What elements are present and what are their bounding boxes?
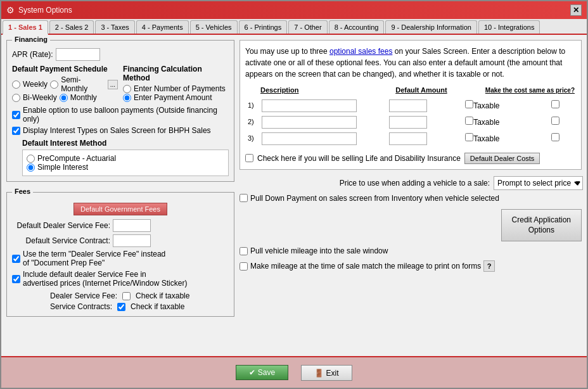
financing-group: Financing APR (Rate): 28.00 Default Paym… [6,40,234,182]
tab-printings[interactable]: 6 - Printings [239,20,288,34]
help-button[interactable]: ? [483,260,495,272]
make-mileage-checkbox[interactable] [240,262,248,271]
fee-row-2-taxable-label: Taxable [473,118,499,127]
pull-mileage-checkbox[interactable] [240,247,248,255]
fee-row-2-desc[interactable] [262,116,357,129]
fee-row-2-amount[interactable]: 0.00 [389,116,427,129]
default-service-contract-label: Default Service Contract: [12,236,110,245]
life-disability-checkbox[interactable] [245,154,253,162]
precompute-label: PreCompute - Actuarial [37,154,116,163]
tab-other[interactable]: 7 - Other [288,20,327,34]
fee-row-3-taxable-label: Taxable [473,134,499,143]
default-gov-fees-btn[interactable]: Default Government Fees [74,203,167,215]
balloon-checkbox[interactable] [12,111,20,119]
monthly-radio[interactable] [60,94,68,102]
optional-fees-box: You may use up to three optional sales f… [240,40,582,170]
credit-app-button[interactable]: Credit Application Options [501,209,582,242]
exit-icon: 🚪 [314,369,326,378]
fee-row-3-taxable[interactable] [465,133,473,141]
simple-interest-radio[interactable] [27,163,35,172]
service-contracts-label: Service Contracts: [50,302,112,311]
enter-payment-radio[interactable] [123,94,131,102]
tab-accounting[interactable]: 8 - Accounting [329,20,385,34]
use-term-label1: Use the term "Dealer Service Fee" instea… [23,250,165,258]
calc-method-label: Financing Calculation Method [123,65,229,82]
enter-number-row: Enter Number of Payments [123,84,229,93]
credit-app-line2: Options [528,226,554,234]
close-button[interactable]: ✕ [570,4,582,16]
fee-row-1-taxable-label: Taxable [473,101,499,110]
main-content: Financing APR (Rate): 28.00 Default Paym… [1,35,587,356]
dealer-service-fee-row: Default Dealer Service Fee: 49.00 [12,219,229,232]
enter-number-label: Enter Number of Payments [134,84,226,93]
fee-row-3-cost-same[interactable] [551,133,559,141]
exit-label: Exit [326,369,339,378]
fee-row-1-taxable[interactable] [465,100,473,108]
fee-row-2-taxable[interactable] [465,117,473,125]
default-dealer-costs-btn[interactable]: Default Dealer Costs [464,153,540,164]
apr-input[interactable]: 28.00 [56,48,100,61]
fee-row-3-amount[interactable]: 0.00 [389,132,427,145]
biweekly-label: Bi-Weekly [23,93,57,102]
use-term-label2: of "Document Prep Fee" [23,258,165,267]
fee-row-3-desc[interactable] [262,132,357,145]
interest-method-label: Default Interest Method [22,139,229,148]
biweekly-radio[interactable] [12,94,20,102]
optional-fees-table: Description Default Amount Make the cost… [245,84,576,148]
enter-number-radio[interactable] [123,85,131,93]
payment-calc-row: Default Payment Schedule Weekly Semi-Mon… [12,65,229,102]
tab-sales1[interactable]: 1 - Sales 1 [3,20,48,35]
col-default-amount: Default Amount [383,85,463,97]
optional-fees-link[interactable]: optional sales fees [329,47,392,56]
semi-monthly-config-btn[interactable]: ... [108,80,118,89]
tab-taxes[interactable]: 3 - Taxes [95,20,134,34]
interest-method-box: PreCompute - Actuarial Simple Interest [22,150,229,176]
use-term-row: Use the term "Dealer Service Fee" instea… [12,250,229,267]
precompute-radio[interactable] [27,155,35,163]
bhph-row: Display Interest Types on Sales Screen f… [12,126,229,135]
pull-mileage-label: Pull vehicle mileage into the sale windo… [250,246,388,255]
tab-vehicles[interactable]: 5 - Vehicles [190,20,238,34]
include-default-checkbox[interactable] [12,275,20,283]
dealer-service-fee-input[interactable]: 49.00 [113,219,151,232]
footer: ✔ Save 🚪 Exit [1,356,587,388]
system-options-window: ⚙ System Options ✕ 1 - Sales 1 2 - Sales… [0,0,588,389]
precompute-row: PreCompute - Actuarial [27,154,224,163]
make-mileage-row: Make mileage at the time of sale match t… [240,260,582,272]
fee-row-1: 1) GAP 0.00 Taxable [246,98,575,113]
semi-monthly-radio[interactable] [50,80,58,89]
weekly-radio[interactable] [12,80,20,89]
financing-group-title: Financing [12,35,50,43]
credit-app-inner: Credit Application Options Pull vehicle … [240,209,582,272]
exit-button[interactable]: 🚪 Exit [301,365,352,381]
simple-interest-row: Simple Interest [27,163,224,172]
dealer-fee-taxable-checkbox[interactable] [122,292,131,300]
pull-down-label: Pull Down Payment on sales screen from I… [250,194,499,203]
default-service-contract-input[interactable]: 0.00 [113,234,151,247]
fee-row-2-cost-same[interactable] [551,117,559,125]
tab-dealership[interactable]: 9 - Dealership Information [385,20,477,34]
tab-payments[interactable]: 4 - Payments [136,20,189,34]
fee-row-1-amount[interactable]: 0.00 [389,99,427,112]
simple-interest-label: Simple Interest [37,163,88,172]
biweekly-row: Bi-Weekly Monthly [12,93,118,102]
use-term-checkbox[interactable] [12,255,20,263]
save-button[interactable]: ✔ Save [236,365,288,380]
fee-row-1-cost-same[interactable] [551,100,559,108]
service-contracts-checkbox[interactable] [117,303,125,311]
monthly-label: Monthly [70,93,97,102]
pull-down-checkbox[interactable] [240,194,248,202]
fee-row-1-desc[interactable]: GAP [262,99,357,112]
bhph-checkbox[interactable] [12,127,20,135]
tab-integrations[interactable]: 10 - Integrations [478,20,540,34]
service-contracts-check-label: Check if taxable [131,302,184,311]
tab-sales2[interactable]: 2 - Sales 2 [49,20,94,34]
interest-method-group: Default Interest Method PreCompute - Act… [12,139,229,176]
window-icon: ⚙ [6,5,15,15]
use-term-label-group: Use the term "Dealer Service Fee" instea… [23,250,165,267]
semi-monthly-label: Semi-Monthly [61,75,105,93]
weekly-label: Weekly [23,80,48,89]
col-make-cost: Make the cost same as price? [464,85,575,97]
price-dropdown[interactable]: Prompt to select price [494,176,583,190]
fee-row-1-num: 1) [246,98,259,113]
